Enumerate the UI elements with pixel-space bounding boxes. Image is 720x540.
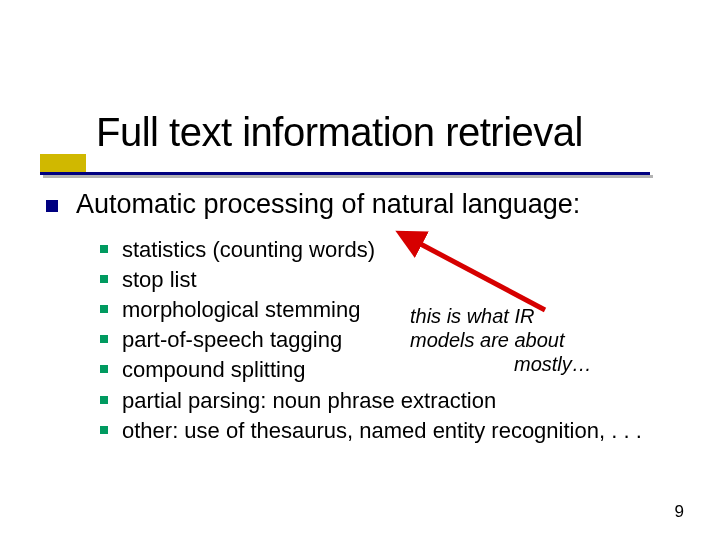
title-accent-bar — [40, 154, 86, 172]
square-bullet-icon — [100, 275, 108, 283]
list-item-text: compound splitting — [122, 356, 305, 384]
list-item: partial parsing: noun phrase extraction — [100, 387, 686, 415]
list-item-text: other: use of thesaurus, named entity re… — [122, 417, 642, 445]
list-item: other: use of thesaurus, named entity re… — [100, 417, 686, 445]
annotation-line: this is what IR — [410, 304, 660, 328]
list-item: statistics (counting words) — [100, 236, 686, 264]
title-underline — [40, 172, 650, 175]
list-item-text: stop list — [122, 266, 197, 294]
list-item-text: part-of-speech tagging — [122, 326, 342, 354]
annotation-line: models are about — [410, 328, 660, 352]
page-number: 9 — [675, 502, 684, 522]
slide-title: Full text information retrieval — [96, 110, 583, 155]
slide: Full text information retrieval Automati… — [0, 0, 720, 540]
bullet-level1: Automatic processing of natural language… — [46, 188, 686, 222]
square-bullet-icon — [100, 396, 108, 404]
list-item-text: partial parsing: noun phrase extraction — [122, 387, 496, 415]
square-bullet-icon — [100, 245, 108, 253]
square-bullet-icon — [100, 335, 108, 343]
square-bullet-icon — [100, 426, 108, 434]
square-bullet-icon — [46, 200, 58, 212]
list-item-text: morphological stemming — [122, 296, 360, 324]
title-underline-shadow — [43, 175, 653, 178]
list-item-text: statistics (counting words) — [122, 236, 375, 264]
annotation-line: mostly… — [514, 352, 660, 376]
square-bullet-icon — [100, 365, 108, 373]
annotation-callout: this is what IR models are about mostly… — [410, 304, 660, 376]
list-item: stop list — [100, 266, 686, 294]
level1-text: Automatic processing of natural language… — [76, 188, 580, 222]
square-bullet-icon — [100, 305, 108, 313]
